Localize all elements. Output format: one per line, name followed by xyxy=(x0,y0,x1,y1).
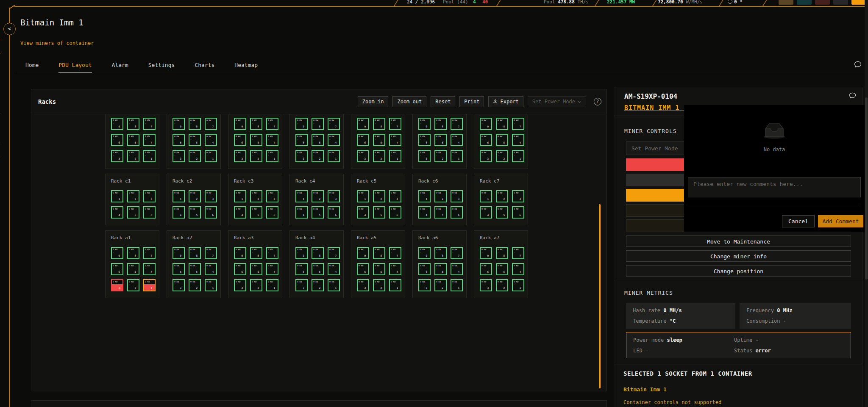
miner-cell[interactable]: 0 KW-2 xyxy=(496,150,508,162)
miner-cell[interactable]: 0 KW-5 xyxy=(312,263,324,275)
miner-cell[interactable]: 0 KW-3 xyxy=(357,279,369,291)
miner-cell[interactable]: 0 KW-8 xyxy=(127,247,139,259)
racks-scrollbar-thumb[interactable] xyxy=(599,204,601,388)
miner-cell[interactable]: 0 KW-6 xyxy=(357,134,369,146)
miner-cell[interactable]: 0 KW-7 xyxy=(266,247,278,259)
miner-cell[interactable]: 0 KW-6 xyxy=(205,206,217,219)
miner-cell[interactable]: 0 KW-3 xyxy=(418,150,431,162)
miner-cell[interactable]: 0 KW-7 xyxy=(205,118,217,130)
miner-cell[interactable]: 0 KW-1 xyxy=(418,190,431,202)
miner-cell[interactable]: 0 KW-5 xyxy=(434,206,447,219)
tab-pdu-layout[interactable]: PDU Layout xyxy=(58,62,92,73)
miner-cell[interactable]: 0 KW-7 xyxy=(512,247,524,259)
miner-cell[interactable]: 0 KW-1 xyxy=(451,279,463,291)
miner-cell[interactable]: 0 KW-3 xyxy=(266,190,278,202)
miner-cell[interactable]: 0 KW-5 xyxy=(312,134,324,146)
miner-cell[interactable]: 0 KW-6 xyxy=(143,206,156,219)
miner-cell[interactable]: 0 KW-2 xyxy=(373,150,385,162)
miner-cell[interactable]: 0 KW-2 xyxy=(312,150,324,162)
miner-cell[interactable]: 0 KW-6 xyxy=(111,134,123,146)
miner-cell[interactable]: 0 KW-6 xyxy=(389,206,401,219)
miner-cell[interactable]: 0 KW-2 xyxy=(127,190,139,202)
miner-cell[interactable]: 0 KW-8 xyxy=(189,247,201,259)
miner-cell[interactable]: 0 KW-6 xyxy=(328,206,340,219)
miner-cell[interactable]: 0 KW-4 xyxy=(143,263,156,275)
miner-cell[interactable]: 0 KW-1 xyxy=(205,279,217,291)
miner-cell[interactable]: 0 KW-8 xyxy=(373,118,385,130)
miner-cell[interactable]: 0 KW-3 xyxy=(480,279,492,291)
miner-cell[interactable]: 0 KW-5 xyxy=(250,263,262,275)
miner-cell[interactable]: 0 KW-2 xyxy=(189,150,201,162)
miner-cell[interactable]: 0 KW-7 xyxy=(512,118,524,130)
miner-cell[interactable]: 0 KW-1 xyxy=(295,190,308,202)
miner-cell[interactable]: 0 KW-4 xyxy=(295,206,308,219)
miner-cell[interactable]: 0 KW-9 xyxy=(480,247,492,259)
miner-cell[interactable]: 0 KW-2 xyxy=(189,279,201,291)
miner-cell[interactable]: 0 KW-4 xyxy=(512,263,524,275)
miner-cell[interactable]: 0 KW-7 xyxy=(266,118,278,130)
miner-cell[interactable]: 0 KW-2 xyxy=(127,279,139,291)
miner-cell[interactable]: 0 KW-5 xyxy=(189,206,201,219)
miner-cell[interactable]: 0 KW-2 xyxy=(127,150,139,162)
miner-cell[interactable]: 0 KW-7 xyxy=(389,118,401,130)
miner-cell[interactable]: 0 KW-2 xyxy=(373,190,385,202)
miner-cell[interactable]: 0 KW-6 xyxy=(111,263,123,275)
miner-cell[interactable]: 0 KW-5 xyxy=(127,206,139,219)
status-tile-orange[interactable] xyxy=(851,0,866,5)
miner-cell[interactable]: 0 KW-1 xyxy=(512,279,524,291)
miner-cell[interactable]: 0 KW-1 xyxy=(389,150,401,162)
miner-cell[interactable]: 0 KW-5 xyxy=(434,134,447,146)
miner-cell[interactable]: 0 KW-9 xyxy=(295,118,308,130)
export-button[interactable]: Export xyxy=(488,96,523,107)
miner-cell[interactable]: 0 KW-4 xyxy=(512,134,524,146)
miner-cell[interactable]: 0 KW-3 xyxy=(389,190,401,202)
miner-cell[interactable]: 0 KW-5 xyxy=(496,263,508,275)
miner-cell-selected[interactable]: 0 KW-1 xyxy=(143,279,156,291)
tab-settings[interactable]: Settings xyxy=(148,62,175,73)
miner-cell[interactable]: 0 KW-7 xyxy=(451,118,463,130)
miner-cell[interactable]: 0 KW-5 xyxy=(373,263,385,275)
miner-cell[interactable]: 0 KW-5 xyxy=(250,134,262,146)
miner-cell[interactable]: 0 KW-3 xyxy=(234,279,246,291)
miner-cell[interactable]: 0 KW-9 xyxy=(172,118,185,130)
miner-cell[interactable]: 0 KW-2 xyxy=(434,190,447,202)
miner-cell[interactable]: 0 KW-8 xyxy=(434,247,447,259)
miner-cell[interactable]: 0 KW-1 xyxy=(234,190,246,202)
miner-cell[interactable]: 0 KW-4 xyxy=(205,134,217,146)
miner-cell[interactable]: 0 KW-3 xyxy=(172,279,185,291)
miner-cell[interactable]: 0 KW-1 xyxy=(328,150,340,162)
miner-cell[interactable]: 0 KW-6 xyxy=(451,206,463,219)
miner-cell[interactable]: 0 KW-8 xyxy=(434,118,447,130)
miner-cell[interactable]: 0 KW-5 xyxy=(312,206,324,219)
miner-cell[interactable]: 0 KW-8 xyxy=(250,118,262,130)
miner-cell[interactable]: 0 KW-5 xyxy=(127,134,139,146)
miner-cell[interactable]: 0 KW-1 xyxy=(111,190,123,202)
miner-cell[interactable]: 0 KW-4 xyxy=(357,206,369,219)
miner-cell[interactable]: 0 KW-6 xyxy=(234,263,246,275)
miner-cell[interactable]: 0 KW-4 xyxy=(266,134,278,146)
tab-alarm[interactable]: Alarm xyxy=(112,62,128,73)
miner-cell[interactable]: 0 KW-8 xyxy=(312,247,324,259)
miner-cell[interactable]: 0 KW-1 xyxy=(143,150,156,162)
miner-cell[interactable]: 0 KW-6 xyxy=(480,134,492,146)
miner-cell[interactable]: 0 KW-6 xyxy=(418,263,431,275)
miner-cell[interactable]: 0 KW-6 xyxy=(295,263,308,275)
miner-cell[interactable]: 0 KW-1 xyxy=(172,190,185,202)
miner-cell[interactable]: 0 KW-8 xyxy=(373,247,385,259)
miner-cell[interactable]: 0 KW-5 xyxy=(189,263,201,275)
miner-cell[interactable]: 0 KW-2 xyxy=(373,279,385,291)
view-miners-link[interactable]: View miners of container xyxy=(20,40,94,46)
set-power-mode-button[interactable]: Set Power Mode xyxy=(528,96,586,107)
miner-cell[interactable]: 0 KW-2 xyxy=(496,279,508,291)
miner-cell[interactable]: 0 KW-2 xyxy=(312,190,324,202)
add-comment-button[interactable]: Add Comment xyxy=(818,215,863,227)
selection-container-link[interactable]: Bitmain Imm 1 xyxy=(623,386,667,393)
miner-cell[interactable]: 0 KW-9 xyxy=(172,247,185,259)
miner-cell[interactable]: 0 KW-3 xyxy=(205,190,217,202)
miner-cell[interactable]: 0 KW-8 xyxy=(496,247,508,259)
status-tile-red[interactable] xyxy=(815,0,830,5)
miner-cell[interactable]: 0 KW-6 xyxy=(418,134,431,146)
miner-cell[interactable]: 0 KW-3 xyxy=(111,150,123,162)
miner-cell[interactable]: 0 KW-6 xyxy=(295,134,308,146)
miner-cell[interactable]: 0 KW-9 xyxy=(111,118,123,130)
